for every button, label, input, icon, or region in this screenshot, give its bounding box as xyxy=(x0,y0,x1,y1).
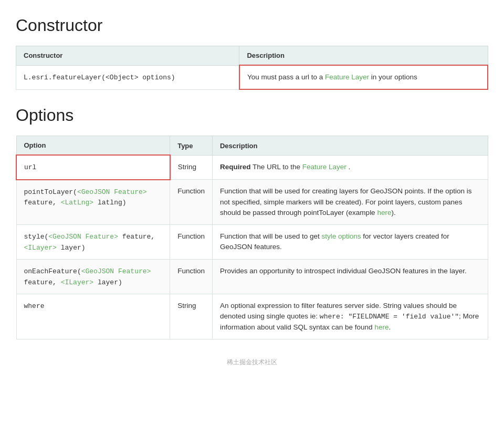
url-option-text: url xyxy=(24,163,36,171)
geojson-feature-link2: <GeoJSON Feature> xyxy=(48,233,118,241)
table-row: url String Required The URL to the Featu… xyxy=(16,155,488,180)
where-option-text: where xyxy=(24,302,45,310)
url-type-text: String xyxy=(178,163,196,171)
url-desc-period: . xyxy=(349,163,351,171)
options-title: Options xyxy=(16,106,488,125)
style-description-cell: Function that will be used to get style … xyxy=(212,225,488,260)
constructor-table-body: L.esri.featureLayer(<Object> options) Yo… xyxy=(16,65,488,89)
where-description-cell: An optional expression to filter feature… xyxy=(212,294,488,339)
where-option-cell: where xyxy=(16,294,170,339)
point-to-layer-type-cell: Function xyxy=(170,180,213,225)
description-text: You must pass a url to a xyxy=(247,73,325,81)
constructor-signature: L.esri.featureLayer(<Object> options) xyxy=(24,74,175,81)
table-row: L.esri.featureLayer(<Object> options) Yo… xyxy=(16,65,488,89)
constructor-section: Constructor Constructor Description L.es… xyxy=(16,16,488,90)
latlng-link1: <LatLng> xyxy=(61,199,93,207)
style-options-link[interactable]: style options xyxy=(322,232,361,240)
where-desc-end: . xyxy=(388,323,391,331)
options-header-row: Option Type Description xyxy=(16,136,488,156)
on-each-feature-type-cell: Function xyxy=(170,260,213,294)
options-col-option: Option xyxy=(16,136,170,156)
oef-desc: Provides an opportunity to introspect in… xyxy=(220,267,467,275)
feature-layer-link[interactable]: Feature Layer xyxy=(325,73,369,81)
description-text-after: in your options xyxy=(369,73,417,81)
style-type-text: Function xyxy=(177,232,205,240)
url-option-cell: url xyxy=(16,155,170,180)
on-each-feature-description-cell: Provides an opportunity to introspect in… xyxy=(212,260,488,294)
here-link-1[interactable]: here xyxy=(377,209,391,217)
point-to-layer-description-cell: Function that will be used for creating … xyxy=(212,180,488,225)
on-each-feature-text: onEachFeature(<GeoJSON Feature> feature,… xyxy=(24,267,151,286)
ilayer-link1: <ILayer> xyxy=(24,244,57,252)
style-type-cell: Function xyxy=(170,225,213,260)
table-row: style(<GeoJSON Feature> feature,<ILayer>… xyxy=(16,225,488,260)
on-each-feature-option-cell: onEachFeature(<GeoJSON Feature> feature,… xyxy=(16,260,170,294)
url-description-cell: Required The URL to the Feature Layer . xyxy=(212,155,488,180)
options-section: Options Option Type Description url Stri… xyxy=(16,106,488,339)
where-type-cell: String xyxy=(170,294,213,339)
style-option-cell: style(<GeoJSON Feature> feature,<ILayer>… xyxy=(16,225,170,260)
constructor-title: Constructor xyxy=(16,16,488,35)
point-to-layer-type-text: Function xyxy=(177,187,205,195)
ptl-desc: Function that will be used for creating … xyxy=(220,187,472,217)
table-row: pointToLayer(<GeoJSON Feature> feature, … xyxy=(16,180,488,225)
where-type-text: String xyxy=(177,302,196,310)
geojson-feature-link3: <GeoJSON Feature> xyxy=(81,267,151,275)
constructor-description-cell: You must pass a url to a Feature Layer i… xyxy=(239,65,488,89)
feature-layer-link-url[interactable]: Feature Layer xyxy=(302,163,346,171)
constructor-header-row: Constructor Description xyxy=(16,46,488,66)
constructor-table: Constructor Description L.esri.featureLa… xyxy=(16,46,488,90)
watermark: 稀土掘金技术社区 xyxy=(16,355,488,369)
options-table: Option Type Description url String Requi… xyxy=(16,136,488,339)
on-each-feature-type-text: Function xyxy=(177,267,205,275)
url-type-cell: String xyxy=(170,155,213,180)
where-code-example: where: "FIELDNAME = 'field value'" xyxy=(320,313,459,321)
options-col-description: Description xyxy=(212,136,488,156)
constructor-col-constructor: Constructor xyxy=(16,46,239,66)
ptl-desc-end: ). xyxy=(391,209,395,217)
style-text: style(<GeoJSON Feature> feature,<ILayer>… xyxy=(24,233,155,252)
options-table-body: url String Required The URL to the Featu… xyxy=(16,155,488,339)
here-link-2[interactable]: here xyxy=(374,323,388,331)
geojson-feature-link1: <GeoJSON Feature> xyxy=(77,188,147,196)
style-desc: Function that will be used to get xyxy=(220,232,322,240)
table-row: onEachFeature(<GeoJSON Feature> feature,… xyxy=(16,260,488,294)
options-table-head: Option Type Description xyxy=(16,136,488,156)
options-col-type: Type xyxy=(170,136,213,156)
constructor-col-description: Description xyxy=(239,46,488,66)
required-label: Required xyxy=(220,163,251,171)
point-to-layer-text: pointToLayer(<GeoJSON Feature> feature, … xyxy=(24,188,147,207)
url-desc-text: The URL to the xyxy=(253,163,302,171)
constructor-cell: L.esri.featureLayer(<Object> options) xyxy=(16,65,239,89)
constructor-table-head: Constructor Description xyxy=(16,46,488,66)
point-to-layer-option-cell: pointToLayer(<GeoJSON Feature> feature, … xyxy=(16,180,170,225)
ilayer-link2: <ILayer> xyxy=(61,279,93,286)
table-row: where String An optional expression to f… xyxy=(16,294,488,339)
